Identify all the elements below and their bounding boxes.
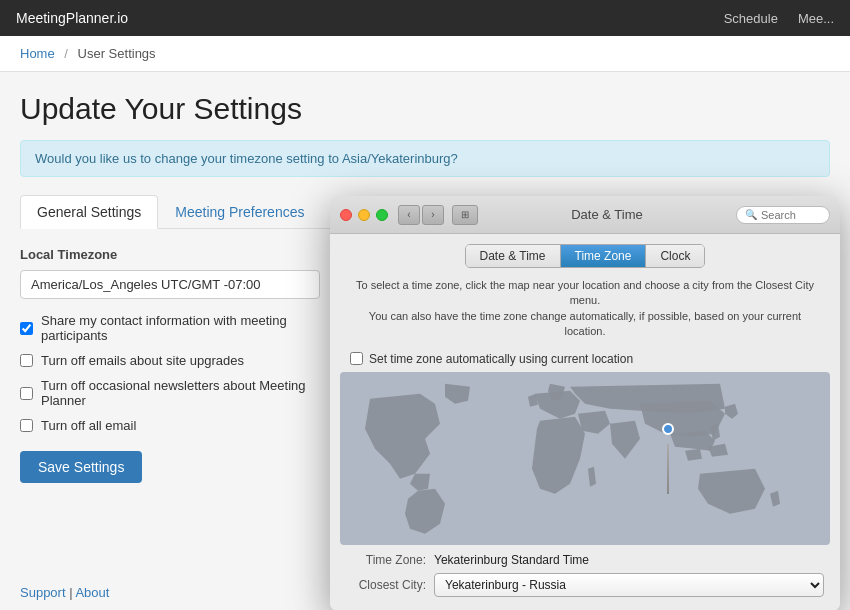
checkbox-share-label: Share my contact information with meetin… — [41, 313, 345, 343]
checkbox-row-3: Turn off occasional newsletters about Me… — [20, 378, 345, 408]
breadcrumb-sep: / — [64, 46, 68, 61]
nav-brand: MeetingPlanner.io — [16, 10, 724, 26]
world-map[interactable] — [340, 372, 830, 545]
checkbox-emails-label: Turn off emails about site upgrades — [41, 353, 244, 368]
page-title: Update Your Settings — [20, 92, 830, 126]
macos-titlebar: ‹ › ⊞ Date & Time 🔍 — [330, 196, 840, 234]
nav-back[interactable]: ‹ — [398, 205, 420, 225]
breadcrumb-home[interactable]: Home — [20, 46, 55, 61]
auto-tz-label: Set time zone automatically using curren… — [369, 352, 633, 366]
segment-ctrl: Date & Time Time Zone Clock — [465, 244, 706, 268]
nav-links: Schedule Mee... — [724, 11, 834, 26]
tz-line — [667, 444, 669, 494]
checkbox-share[interactable] — [20, 322, 33, 335]
breadcrumb-current: User Settings — [78, 46, 156, 61]
city-row: Closest City: Yekaterinburg - Russia — [346, 573, 824, 597]
footer-support[interactable]: Support — [20, 585, 66, 600]
macos-desc: To select a time zone, click the map nea… — [330, 278, 840, 348]
breadcrumb: Home / User Settings — [0, 36, 850, 72]
nav-meetings[interactable]: Mee... — [798, 11, 834, 26]
tz-zone-label: Time Zone: — [346, 553, 426, 567]
seg-datetime[interactable]: Date & Time — [466, 245, 561, 267]
checkbox-newsletters-label: Turn off occasional newsletters about Me… — [41, 378, 345, 408]
footer-about[interactable]: About — [75, 585, 109, 600]
nav-arrows: ‹ › — [398, 205, 444, 225]
tz-city-label: Closest City: — [346, 578, 426, 592]
timezone-input[interactable] — [20, 270, 320, 299]
left-panel: General Settings Meeting Preferences Loc… — [20, 195, 345, 483]
tab-general[interactable]: General Settings — [20, 195, 158, 229]
timezone-alert: Would you like us to change your timezon… — [20, 140, 830, 177]
tab-meeting[interactable]: Meeting Preferences — [158, 195, 321, 229]
settings-tabs: General Settings Meeting Preferences — [20, 195, 345, 229]
checkbox-newsletters[interactable] — [20, 387, 33, 400]
tl-minimize[interactable] — [358, 209, 370, 221]
grid-button[interactable]: ⊞ — [452, 205, 478, 225]
tl-fullscreen[interactable] — [376, 209, 388, 221]
auto-tz-row: Set time zone automatically using curren… — [330, 348, 840, 372]
search-input[interactable] — [761, 209, 821, 221]
checkbox-row-4: Turn off all email — [20, 418, 345, 433]
search-box: 🔍 — [736, 206, 830, 224]
tz-row: Time Zone: Yekaterinburg Standard Time — [346, 553, 824, 567]
checkbox-all-email[interactable] — [20, 419, 33, 432]
nav-schedule[interactable]: Schedule — [724, 11, 778, 26]
tl-close[interactable] — [340, 209, 352, 221]
nav-forward[interactable]: › — [422, 205, 444, 225]
tz-zone-value: Yekaterinburg Standard Time — [434, 553, 589, 567]
checkbox-emails[interactable] — [20, 354, 33, 367]
macos-title: Date & Time — [478, 207, 736, 222]
save-button[interactable]: Save Settings — [20, 451, 142, 483]
macos-panel: ‹ › ⊞ Date & Time 🔍 Date & Time Time Zon… — [330, 196, 840, 610]
timezone-label: Local Timezone — [20, 247, 345, 262]
checkbox-all-email-label: Turn off all email — [41, 418, 136, 433]
seg-clock[interactable]: Clock — [646, 245, 704, 267]
top-nav: MeetingPlanner.io Schedule Mee... — [0, 0, 850, 36]
segment-row: Date & Time Time Zone Clock — [330, 234, 840, 278]
auto-tz-checkbox[interactable] — [350, 352, 363, 365]
search-icon: 🔍 — [745, 209, 757, 220]
location-pin — [662, 423, 674, 435]
traffic-lights — [340, 209, 388, 221]
tz-info: Time Zone: Yekaterinburg Standard Time C… — [330, 545, 840, 610]
city-select[interactable]: Yekaterinburg - Russia — [434, 573, 824, 597]
seg-timezone[interactable]: Time Zone — [561, 245, 647, 267]
checkbox-row-2: Turn off emails about site upgrades — [20, 353, 345, 368]
checkbox-row-1: Share my contact information with meetin… — [20, 313, 345, 343]
